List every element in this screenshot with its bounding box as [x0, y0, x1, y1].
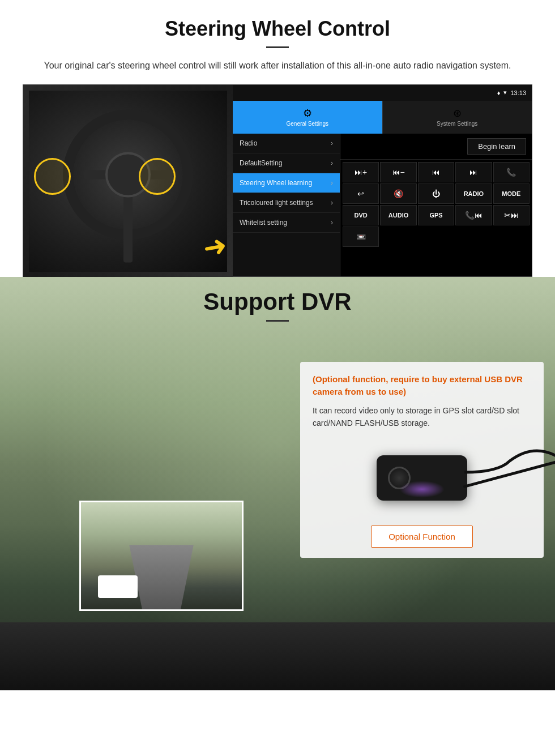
menu-item-radio-label: Radio [240, 139, 257, 147]
android-tabs: ⚙ General Settings ⊛ System Settings [233, 101, 532, 134]
optional-function-button[interactable]: Optional Function [371, 526, 473, 548]
system-icon: ⊛ [453, 107, 462, 119]
menu-arrow-light: › [331, 199, 333, 207]
ctrl-prev[interactable]: ⏮ [418, 162, 454, 182]
status-time: 13:13 [510, 89, 526, 96]
dvr-title: Support DVR [0, 288, 555, 315]
left-highlight-circle [34, 158, 71, 195]
menu-body: Radio › DefaultSetting › Steering Wheel … [233, 134, 532, 276]
camera-body [377, 455, 467, 501]
menu-item-whitelist[interactable]: Whitelist setting › [233, 213, 340, 233]
control-grid: ⏭+ ⏮− ⏮ ⏭ 📞 ↩ 🔇 ⏻ RADIO MODE DVD AUDIO G… [340, 160, 532, 249]
menu-item-radio[interactable]: Radio › [233, 134, 340, 153]
menu-arrow-whitelist: › [331, 219, 333, 227]
ctrl-next[interactable]: ⏭ [455, 162, 492, 182]
menu-arrow-default: › [331, 159, 333, 167]
menu-item-default[interactable]: DefaultSetting › [233, 153, 340, 173]
android-ui-panel: ♦ ▾ 13:13 ⚙ General Settings ⊛ System Se… [233, 85, 532, 276]
steering-title: Steering Wheel Control [23, 17, 532, 41]
ctrl-gps[interactable]: GPS [418, 205, 454, 225]
menu-arrow-steering: › [331, 179, 333, 187]
menu-item-steering-label: Steering Wheel learning [240, 179, 312, 187]
menu-arrow-radio: › [331, 139, 333, 147]
ctrl-power[interactable]: ⏻ [418, 183, 454, 204]
android-statusbar: ♦ ▾ 13:13 [233, 85, 532, 101]
ctrl-record[interactable]: 📼 [343, 227, 379, 247]
dvr-dashboard [0, 622, 555, 690]
ctrl-phone-next[interactable]: ✂⏭ [493, 205, 530, 225]
menu-item-steering[interactable]: Steering Wheel learning › [233, 173, 340, 193]
dvr-camera-image [313, 438, 531, 518]
ctrl-audio[interactable]: AUDIO [380, 205, 416, 225]
thumb-car [98, 575, 138, 598]
ctrl-phone[interactable]: 📞 [493, 162, 530, 182]
tab-general-label: General Settings [287, 121, 329, 127]
signal-icon: ♦ [497, 89, 501, 96]
ctrl-mode[interactable]: MODE [493, 183, 530, 204]
menu-right: Begin learn ⏭+ ⏮− ⏮ ⏭ 📞 ↩ 🔇 ⏻ RADIO MODE… [340, 134, 532, 276]
camera-light-glow [399, 481, 445, 498]
steering-wheel-image: ➜ [23, 85, 233, 277]
thumb-road [129, 545, 194, 609]
ctrl-vol-up[interactable]: ⏭+ [343, 162, 379, 182]
right-highlight-circle [139, 158, 176, 195]
ctrl-back[interactable]: ↩ [343, 183, 379, 204]
menu-left: Radio › DefaultSetting › Steering Wheel … [233, 134, 340, 276]
steering-section: Steering Wheel Control Your original car… [0, 0, 555, 277]
cord-svg [464, 444, 555, 512]
settings-icon: ⚙ [303, 107, 312, 119]
tab-system[interactable]: ⊛ System Settings [382, 101, 532, 134]
ctrl-radio[interactable]: RADIO [455, 183, 492, 204]
tab-general[interactable]: ⚙ General Settings [233, 101, 382, 134]
menu-item-light-label: Tricoloured light settings [240, 199, 313, 207]
menu-item-light[interactable]: Tricoloured light settings › [233, 193, 340, 213]
dvr-info-card: (Optional function, require to buy exter… [300, 362, 544, 558]
steering-panel: ➜ ♦ ▾ 13:13 ⚙ General Settings ⊛ System … [23, 84, 532, 277]
dvr-thumbnail [79, 501, 244, 611]
dvr-title-area: Support DVR [0, 288, 555, 322]
steering-subtitle: Your original car's steering wheel contr… [34, 58, 521, 73]
title-divider [266, 46, 289, 48]
begin-learn-row: Begin learn [340, 134, 532, 160]
dvr-section: Support DVR (Optional function, require … [0, 277, 555, 690]
dvr-divider [266, 320, 289, 322]
menu-item-default-label: DefaultSetting [240, 159, 282, 167]
ctrl-dvd[interactable]: DVD [343, 205, 379, 225]
ctrl-mute[interactable]: 🔇 [380, 183, 416, 204]
menu-item-whitelist-label: Whitelist setting [240, 219, 287, 227]
dvr-optional-notice: (Optional function, require to buy exter… [313, 373, 531, 399]
ctrl-vol-down[interactable]: ⏮− [380, 162, 416, 182]
tab-system-label: System Settings [437, 121, 477, 127]
ctrl-phone-prev[interactable]: 📞⏮ [455, 205, 492, 225]
begin-learn-button[interactable]: Begin learn [467, 138, 526, 155]
dvr-body-text: It can record video only to storage in G… [313, 404, 531, 430]
wifi-icon: ▾ [503, 89, 507, 96]
